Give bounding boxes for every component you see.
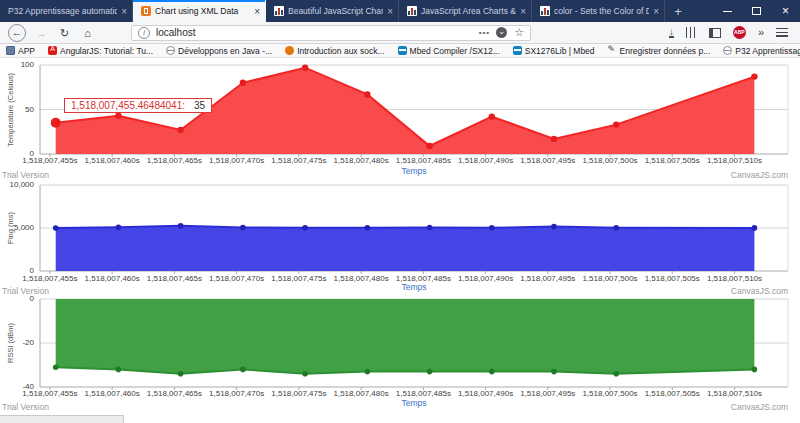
ping-data-point[interactable] [53,225,59,231]
pocket-icon[interactable]: ⌄ [496,27,507,38]
minimize-button[interactable] [713,0,742,22]
temperature-data-point[interactable] [51,118,61,128]
bookmark-3[interactable]: Développons en Java -... [166,46,272,56]
adblock-plus-icon[interactable]: ABP [733,26,746,39]
rssi-data-point[interactable] [53,364,59,370]
tab-4[interactable]: JavaScript Area Charts & Graph× [399,0,532,22]
rssi-data-point[interactable] [365,369,371,375]
site-info-icon[interactable]: i [138,27,150,39]
ping-data-point[interactable] [427,225,433,231]
pen-icon [608,46,617,55]
rssi-area-series [56,299,755,374]
chart-tooltip: 1,518,007,455.46484041:35 [64,98,212,113]
tab-title: P32 Apprentissage automatique po [8,6,117,16]
ping-data-point[interactable] [489,225,495,231]
y-axis-tick-label: 0 [0,294,34,303]
rssi-data-point[interactable] [752,367,758,373]
ping-data-point[interactable] [752,225,758,231]
ping-data-point[interactable] [178,223,184,229]
temperature-data-point[interactable] [751,73,757,79]
rssi-data-point[interactable] [613,371,619,377]
new-tab-button[interactable]: + [665,0,691,22]
temperature-data-point[interactable] [613,121,619,127]
tab-title: Chart using XML Data [155,6,250,16]
trial-version-watermark: Trial Version [2,170,49,180]
firefox-window: { "browser": { "tab_bar": { "close_glyph… [0,0,800,423]
tab-title: color - Sets the Color of Data S [554,6,649,16]
bookmark-4[interactable]: Introduction aux sock... [285,46,384,56]
bookmark-2[interactable]: AngularJS: Tutorial: Tu... [48,46,153,56]
bookmark-8[interactable]: P32 Apprentissage aut... [723,46,800,56]
socket-icon [285,46,294,55]
temperature-data-point[interactable] [115,113,121,119]
hamburger-menu-icon[interactable] [776,28,788,37]
page-actions-icon[interactable]: ••• [479,28,490,37]
ping-data-point[interactable] [365,225,371,231]
tab-close-icon[interactable]: × [121,6,127,17]
bookmark-label: P32 Apprentissage aut... [735,46,800,56]
bookmark-5[interactable]: Mbed Compiler /SX12... [398,46,500,56]
temperature-data-point[interactable] [364,91,370,97]
library-icon[interactable] [686,27,697,38]
chart-icon [540,6,550,16]
ping-x-axis-title: Temps [374,282,454,292]
canvasjs-watermark[interactable]: CanvasJS.com [731,170,788,180]
rssi-data-point[interactable] [178,371,184,377]
home-button[interactable]: ⌂ [80,25,95,41]
bookmark-label: Développons en Java -... [178,46,272,56]
globe-icon [723,46,732,55]
canvasjs-watermark[interactable]: CanvasJS.com [731,402,788,412]
sidebar-icon[interactable] [709,28,721,38]
ping-data-point[interactable] [302,225,308,231]
back-button[interactable]: ← [8,24,26,42]
status-bar-popup [0,415,124,423]
overflow-menu-icon[interactable]: » [758,27,764,38]
temperature-data-point[interactable] [426,143,432,149]
close-window-button[interactable]: × [771,0,800,22]
ping-area-series [56,226,755,271]
bookmark-label: APP [18,46,35,56]
temperature-data-point[interactable] [177,127,183,133]
bookmark-6[interactable]: SX1276Lib | Mbed [513,46,595,56]
rssi-y-axis-title: RSSI (dBm) [6,323,15,363]
rssi-data-point[interactable] [551,369,557,375]
mbed-icon [398,46,407,55]
bookmark-7[interactable]: Enregistrer données p... [608,46,711,56]
rssi-data-point[interactable] [240,367,246,373]
tab-close-icon[interactable]: × [387,6,393,17]
url-text[interactable]: localhost [156,27,473,38]
rssi-data-point[interactable] [302,371,308,377]
temperature-data-point[interactable] [551,136,557,142]
ping-data-point[interactable] [613,225,619,231]
bookmark-label: Mbed Compiler /SX12... [410,46,500,56]
tab-close-icon[interactable]: × [653,6,659,17]
temperature-chart: 1,518,007,455.46484041:35 1005001,518,00… [0,58,800,183]
temperature-data-point[interactable] [240,80,246,86]
bookmark-1[interactable]: APP [6,46,35,56]
tooltip-label: 1,518,007,455.46484041: [71,100,185,111]
tab-2[interactable]: Chart using XML Data× [133,0,266,22]
bookmark-star-icon[interactable]: ☆ [514,26,524,39]
tab-title: JavaScript Area Charts & Graph [421,6,516,16]
ping-data-point[interactable] [551,224,557,230]
tab-close-icon[interactable]: × [520,6,526,17]
ping-y-axis-title: Ping (ms) [6,212,15,244]
bookmark-label: AngularJS: Tutorial: Tu... [60,46,153,56]
ping-data-point[interactable] [240,225,246,231]
rssi-data-point[interactable] [116,367,122,373]
ping-data-point[interactable] [116,225,122,231]
address-bar[interactable]: i localhost ••• ⌄ ☆ [131,25,531,41]
downloads-icon[interactable]: ↓ [669,28,674,38]
tab-1[interactable]: P32 Apprentissage automatique po× [0,0,133,22]
maximize-button[interactable] [742,0,771,22]
temperature-data-point[interactable] [489,113,495,119]
forward-button[interactable]: → [34,25,49,41]
tooltip-value: 35 [194,100,205,111]
temperature-data-point[interactable] [302,65,308,71]
tab-close-icon[interactable]: × [254,6,260,17]
rssi-data-point[interactable] [427,369,433,375]
tab-3[interactable]: Beautiful JavaScript Charts & G× [266,0,399,22]
reload-button[interactable]: ↻ [57,25,72,41]
tab-5[interactable]: color - Sets the Color of Data S× [532,0,665,22]
rssi-data-point[interactable] [489,369,495,375]
